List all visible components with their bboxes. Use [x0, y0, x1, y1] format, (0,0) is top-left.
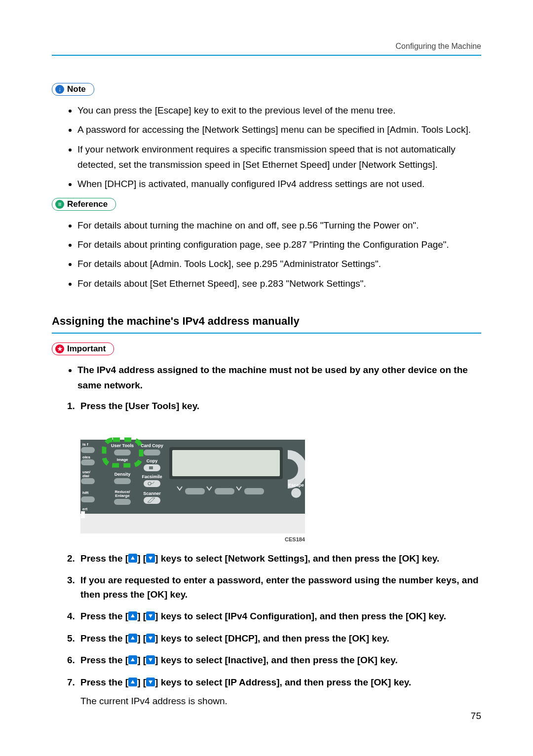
step-text-pre: Press the [ — [80, 655, 128, 665]
svg-text:dial: dial — [82, 474, 89, 478]
svg-text:oles: oles — [82, 455, 91, 459]
reference-item: For details about [Set Ethernet Speed], … — [77, 276, 481, 291]
step-text-post: ] keys to select [Network Settings], and… — [155, 553, 439, 564]
svg-rect-2 — [80, 420, 305, 440]
step-5: Press the [] [] keys to select [DHCP], a… — [77, 632, 481, 646]
svg-rect-15 — [114, 450, 131, 455]
step-text-post: ] keys to select [Inactive], and then pr… — [155, 655, 398, 665]
header-title: Configuring the Machine — [52, 42, 481, 51]
svg-text:is f: is f — [82, 442, 88, 447]
svg-text:Escape: Escape — [288, 483, 304, 488]
svg-rect-6 — [81, 478, 95, 484]
svg-rect-4 — [81, 447, 95, 453]
note-item: You can press the [Escape] key to exit t… — [77, 103, 481, 118]
note-callout: ↓ Note — [52, 83, 94, 96]
svg-text:Image: Image — [116, 457, 128, 462]
note-item: If your network environment requires a s… — [77, 142, 481, 173]
svg-point-34 — [296, 468, 298, 470]
step-text-pre: Press the [ — [80, 553, 128, 564]
step-text-post: ] keys to select [DHCP], and then press … — [155, 633, 389, 643]
reference-item: For details about [Admin. Tools Lock], s… — [77, 256, 481, 271]
step-text-post: ] keys to select [IP Address], and then … — [155, 677, 411, 687]
user-tools-label: User Tools — [111, 443, 134, 448]
step-7: Press the [] [] keys to select [IP Addre… — [77, 676, 481, 709]
reference-list: For details about turning the machine on… — [77, 218, 481, 291]
svg-text:Enlarge: Enlarge — [115, 493, 130, 498]
step-text-pre: Press the [ — [80, 611, 128, 621]
svg-rect-26 — [149, 466, 153, 469]
reference-label: Reference — [67, 199, 108, 209]
control-panel-figure: is f oles use/ dial hift ert User Tools … — [80, 420, 481, 544]
section-heading: Assigning the machine's IPv4 address man… — [52, 315, 481, 328]
step-6: Press the [] [] keys to select [Inactive… — [77, 653, 481, 668]
step-text: If you are requested to enter a password… — [80, 575, 479, 600]
note-list: You can press the [Escape] key to exit t… — [77, 103, 481, 192]
svg-rect-37 — [244, 488, 264, 494]
step-text-pre: Press the [ — [80, 633, 128, 643]
up-arrow-key-icon — [128, 634, 137, 643]
step-text-pre: Press the [ — [80, 677, 128, 687]
svg-text:hift: hift — [82, 491, 89, 495]
step-2: Press the [] [] keys to select [Network … — [77, 552, 481, 566]
control-panel-svg: is f oles use/ dial hift ert User Tools … — [80, 420, 305, 533]
down-arrow-icon: ↓ — [55, 85, 64, 94]
step-text-mid: ] [ — [137, 633, 146, 643]
step-text-mid: ] [ — [137, 553, 146, 564]
note-item: A password for accessing the [Network Se… — [77, 122, 481, 137]
list-icon: ≡ — [55, 200, 64, 209]
down-arrow-key-icon — [146, 678, 155, 686]
svg-point-39 — [291, 488, 301, 498]
important-list: The IPv4 address assigned to the machine… — [77, 362, 481, 393]
step-text-post: ] keys to select [IPv4 Configuration], a… — [155, 611, 446, 621]
important-label: Important — [67, 344, 106, 354]
step-text-mid: ] [ — [137, 655, 146, 665]
svg-text:ert: ert — [82, 507, 88, 511]
step-subtext: The current IPv4 address is shown. — [80, 694, 481, 709]
up-arrow-key-icon — [128, 554, 137, 563]
important-callout: ★ Important — [52, 342, 114, 355]
svg-rect-18 — [114, 478, 131, 484]
svg-rect-7 — [81, 496, 95, 502]
down-arrow-key-icon — [146, 554, 155, 563]
svg-rect-14 — [81, 511, 85, 518]
page-number: 75 — [471, 711, 481, 721]
step-3: If you are requested to enter a password… — [77, 573, 481, 602]
svg-rect-35 — [185, 488, 205, 494]
svg-rect-21 — [114, 499, 131, 505]
section-rule — [52, 333, 481, 334]
important-item: The IPv4 address assigned to the machine… — [77, 362, 481, 393]
up-arrow-key-icon — [128, 678, 137, 686]
svg-text:Copy: Copy — [147, 458, 158, 463]
svg-rect-23 — [144, 450, 160, 455]
svg-rect-36 — [215, 488, 234, 494]
down-arrow-key-icon — [146, 634, 155, 643]
step-4: Press the [] [] keys to select [IPv4 Con… — [77, 609, 481, 624]
step-text: Press the [User Tools] key. — [80, 401, 199, 411]
down-arrow-key-icon — [146, 655, 155, 664]
up-arrow-key-icon — [128, 655, 137, 664]
figure-id: CES184 — [80, 535, 305, 544]
svg-text:Facsimile: Facsimile — [142, 474, 162, 479]
svg-text:Scanner: Scanner — [143, 491, 161, 496]
svg-rect-5 — [81, 459, 95, 465]
reference-item: For details about printing configuration… — [77, 237, 481, 252]
note-label: Note — [67, 84, 86, 94]
step-1: Press the [User Tools] key. — [77, 399, 481, 544]
note-item: When [DHCP] is activated, manually confi… — [77, 176, 481, 191]
reference-item: For details about turning the machine on… — [77, 218, 481, 233]
reference-callout: ≡ Reference — [52, 198, 116, 211]
svg-rect-33 — [172, 450, 280, 476]
steps-list: Press the [User Tools] key. — [77, 399, 481, 709]
svg-text:Card Copy: Card Copy — [141, 443, 163, 448]
up-arrow-key-icon — [128, 611, 137, 620]
star-icon: ★ — [55, 344, 64, 353]
down-arrow-key-icon — [146, 611, 155, 620]
step-text-mid: ] [ — [137, 611, 146, 621]
header-rule — [52, 55, 481, 56]
step-text-mid: ] [ — [137, 677, 146, 687]
svg-text:Density: Density — [114, 472, 131, 477]
